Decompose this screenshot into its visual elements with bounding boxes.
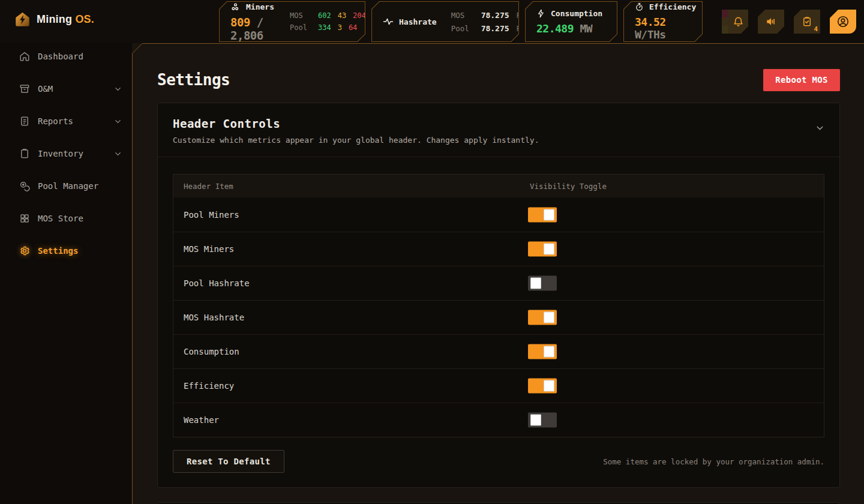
miners-icon <box>230 2 241 12</box>
sidebar-item-mos-store[interactable]: MOS Store <box>0 210 132 227</box>
table-row: Efficiency <box>173 368 824 403</box>
alert-badge-warning: 23 <box>712 17 728 25</box>
column-visibility-toggle: Visibility Toggle <box>530 182 607 191</box>
sidebar-label: Reports <box>38 116 73 126</box>
consumption-panel: Consumption 22.489 MW <box>525 1 617 42</box>
hashrate-pool-label: Pool <box>451 24 474 33</box>
brand-suffix: OS. <box>75 13 94 25</box>
hashrate-pool-value: 78.275 <box>481 24 509 33</box>
sidebar: Dashboard O&M Reports Inventory <box>0 43 132 504</box>
column-header-item: Header Item <box>173 182 233 191</box>
consumption-icon <box>536 9 545 18</box>
user-icon <box>836 15 850 28</box>
chevron-down-icon <box>113 117 122 126</box>
table-header: Header Item Visibility Toggle <box>173 175 824 197</box>
chevron-down-icon <box>113 149 122 158</box>
table-row: Pool Hashrate <box>173 266 824 300</box>
bell-icon <box>733 16 744 28</box>
efficiency-icon <box>635 2 644 11</box>
sidebar-label: MOS Store <box>38 214 83 223</box>
header-metric-panels: Miners 809 / 2,806 MOS 602 43 204 <box>219 1 703 42</box>
visibility-toggle[interactable] <box>528 413 557 428</box>
chevron-down-icon <box>113 85 122 94</box>
sidebar-item-inventory[interactable]: Inventory <box>0 145 132 162</box>
visibility-table: Header Item Visibility Toggle Pool Miner… <box>173 174 824 437</box>
hashrate-panel: Hashrate MOS 78.275 PH/s Pool 78.275 PH/… <box>371 1 519 42</box>
card-title: Header Controls <box>173 117 824 130</box>
toggle-knob <box>544 346 554 358</box>
card-subtitle: Customize which metrics appear in your g… <box>173 136 824 145</box>
consumption-label: Consumption <box>551 9 602 18</box>
sidebar-item-settings[interactable]: Settings <box>0 242 132 259</box>
efficiency-value: 34.52 <box>635 16 666 28</box>
header-item-label: MOS Miners <box>173 244 234 254</box>
notifications-button[interactable]: 12 23 4 <box>722 10 748 34</box>
sidebar-item-oandm[interactable]: O&M <box>0 80 132 97</box>
clipboard-icon <box>19 148 30 159</box>
miners-mos-ok: 602 <box>318 11 331 20</box>
miners-panel: Miners 809 / 2,806 MOS 602 43 204 <box>219 1 365 42</box>
notification-badges: 12 23 4 <box>712 10 728 34</box>
visibility-toggle[interactable] <box>528 379 557 394</box>
sidebar-item-reports[interactable]: Reports <box>0 113 132 130</box>
toggle-knob <box>544 209 554 220</box>
toggle-knob <box>530 415 541 426</box>
hashrate-label: Hashrate <box>399 17 437 26</box>
hashrate-mos-label: MOS <box>451 11 474 20</box>
hashrate-icon <box>383 16 394 27</box>
header-actions: 12 23 4 <box>712 10 856 34</box>
table-row: Pool Miners <box>173 197 824 232</box>
miners-pool-ok: 334 <box>318 23 331 32</box>
reset-to-default-button[interactable]: Reset To Default <box>173 450 284 473</box>
visibility-toggle[interactable] <box>528 276 557 291</box>
table-row: Weather <box>173 403 824 437</box>
locked-items-note: Some items are locked by your organizati… <box>603 457 824 466</box>
miners-breakdown: MOS 602 43 204 Pool 334 3 64 <box>290 11 366 32</box>
header-item-label: Efficiency <box>173 381 234 391</box>
top-bar: Mining OS. Miners 809 / 2,806 <box>0 0 864 43</box>
header-item-label: Pool Hashrate <box>173 278 250 288</box>
visibility-toggle[interactable] <box>528 207 557 222</box>
efficiency-unit: W/THs <box>635 28 666 41</box>
sidebar-label: O&M <box>38 84 53 94</box>
consumption-value: 22.489 <box>536 22 574 35</box>
alert-badge-critical: 12 <box>712 10 728 17</box>
miners-pool-label: Pool <box>290 23 311 32</box>
header-item-label: MOS Hashrate <box>173 313 244 322</box>
archive-box-icon <box>19 83 30 94</box>
header-item-label: Weather <box>173 415 219 425</box>
clipboard-check-icon <box>802 16 812 27</box>
efficiency-panel: Efficiency 34.52 W/THs <box>623 1 703 42</box>
header-item-label: Pool Miners <box>173 210 239 220</box>
visibility-toggle[interactable] <box>528 242 557 257</box>
header-controls-card: Header Controls Customize which metrics … <box>157 103 840 488</box>
sidebar-label: Pool Manager <box>38 181 98 191</box>
account-button[interactable] <box>830 10 856 34</box>
visibility-toggle[interactable] <box>528 344 557 359</box>
brand-bolt-icon <box>14 11 31 28</box>
miners-label: Miners <box>246 2 274 11</box>
sidebar-item-dashboard[interactable]: Dashboard <box>0 48 132 65</box>
toggle-knob <box>530 278 541 289</box>
reboot-mos-button[interactable]: Reboot MOS <box>763 69 840 91</box>
document-icon <box>19 116 30 127</box>
announcements-button[interactable] <box>758 10 784 34</box>
miners-pool-warn: 3 <box>338 23 342 32</box>
page-title: Settings <box>157 71 230 89</box>
miners-mos-err: 204 <box>353 11 366 20</box>
alert-badge-info: 4 <box>712 26 728 34</box>
sidebar-label: Settings <box>38 246 78 256</box>
home-icon <box>19 51 30 62</box>
sidebar-item-pool-manager[interactable]: Pool Manager <box>0 178 132 194</box>
coins-icon <box>19 181 30 191</box>
tasks-button[interactable]: 4 <box>794 10 820 34</box>
table-row: Consumption <box>173 334 824 368</box>
tasks-badge: 4 <box>814 25 818 33</box>
visibility-toggle[interactable] <box>528 310 557 325</box>
toggle-knob <box>544 312 554 323</box>
grid-icon <box>19 213 30 224</box>
collapse-chevron-icon[interactable] <box>815 123 825 133</box>
brand-logo[interactable]: Mining OS. <box>14 11 94 28</box>
brand-name: Mining <box>37 13 72 25</box>
toggle-knob <box>544 244 554 255</box>
